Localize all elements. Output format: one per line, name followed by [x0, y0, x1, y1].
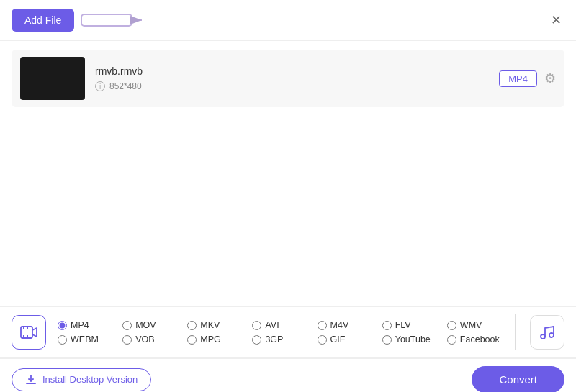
- file-item: rmvb.rmvb i 852*480 MP4 ⚙: [12, 50, 564, 107]
- format-radio-mkv[interactable]: [187, 321, 197, 330]
- file-thumbnail: [20, 57, 85, 100]
- file-list: rmvb.rmvb i 852*480 MP4 ⚙: [0, 41, 576, 116]
- format-option-wmv[interactable]: WMV: [447, 320, 512, 330]
- format-option-3gp[interactable]: 3GP: [252, 334, 317, 345]
- format-radio-wmv[interactable]: [447, 321, 456, 330]
- format-radio-mpg[interactable]: [187, 335, 197, 345]
- format-option-mkv[interactable]: MKV: [187, 320, 252, 330]
- format-option-m4v[interactable]: M4V: [318, 320, 382, 330]
- file-meta: i 852*480: [95, 81, 489, 91]
- download-icon: [25, 374, 37, 386]
- bottom-bar: Install Desktop Version Convert: [0, 358, 576, 392]
- svg-rect-10: [26, 383, 36, 384]
- format-option-facebook[interactable]: Facebook: [447, 334, 512, 345]
- add-file-area: Add File: [12, 7, 145, 33]
- top-bar: Add File ✕: [0, 0, 576, 41]
- video-format-icon-button[interactable]: [12, 315, 46, 350]
- format-option-mp4[interactable]: MP4: [58, 320, 122, 330]
- install-button[interactable]: Install Desktop Version: [12, 368, 151, 391]
- format-radio-3gp[interactable]: [252, 335, 261, 345]
- settings-button[interactable]: ⚙: [544, 70, 556, 86]
- arrow-icon: [80, 7, 145, 33]
- format-radio-webm[interactable]: [58, 335, 67, 345]
- format-option-youtube[interactable]: YouTube: [382, 334, 447, 345]
- film-icon: [19, 323, 38, 342]
- format-option-avi[interactable]: AVI: [252, 320, 317, 330]
- format-option-mpg[interactable]: MPG: [187, 334, 252, 345]
- close-button[interactable]: ✕: [548, 9, 564, 31]
- add-file-button[interactable]: Add File: [12, 9, 74, 32]
- format-option-mov[interactable]: MOV: [122, 320, 187, 330]
- format-radio-gif[interactable]: [318, 335, 327, 345]
- install-label: Install Desktop Version: [42, 374, 138, 385]
- svg-point-8: [541, 334, 545, 339]
- svg-rect-7: [27, 335, 28, 338]
- format-bar: MP4 MOV MKV AVI M4V FLV WMV WEBM VOB MPG: [0, 306, 576, 358]
- file-info: rmvb.rmvb i 852*480: [95, 65, 489, 91]
- file-resolution: 852*480: [109, 81, 142, 91]
- format-option-flv[interactable]: FLV: [382, 320, 447, 330]
- format-badge-button[interactable]: MP4: [499, 70, 537, 87]
- format-option-webm[interactable]: WEBM: [58, 334, 122, 345]
- separator: [515, 314, 516, 350]
- arrow-indicator: [80, 7, 145, 33]
- convert-button[interactable]: Convert: [472, 366, 564, 392]
- file-name: rmvb.rmvb: [95, 65, 489, 77]
- content-area: [0, 116, 576, 306]
- format-option-vob[interactable]: VOB: [122, 334, 187, 345]
- format-radio-youtube[interactable]: [382, 335, 392, 345]
- svg-rect-5: [27, 327, 28, 329]
- music-icon: [539, 324, 556, 341]
- audio-format-icon-button[interactable]: [530, 315, 564, 350]
- svg-rect-4: [23, 327, 24, 329]
- format-options: MP4 MOV MKV AVI M4V FLV WMV WEBM VOB MPG: [58, 320, 512, 345]
- format-radio-avi[interactable]: [252, 321, 261, 330]
- svg-rect-6: [23, 335, 24, 338]
- format-option-gif[interactable]: GIF: [318, 334, 382, 345]
- format-radio-facebook[interactable]: [447, 335, 456, 345]
- format-radio-flv[interactable]: [382, 321, 392, 330]
- file-actions: MP4 ⚙: [499, 70, 556, 87]
- format-radio-vob[interactable]: [122, 335, 132, 345]
- svg-rect-1: [81, 14, 132, 26]
- format-radio-mp4[interactable]: [58, 321, 67, 330]
- format-radio-mov[interactable]: [122, 321, 132, 330]
- info-icon: i: [95, 81, 105, 91]
- format-radio-m4v[interactable]: [318, 321, 327, 330]
